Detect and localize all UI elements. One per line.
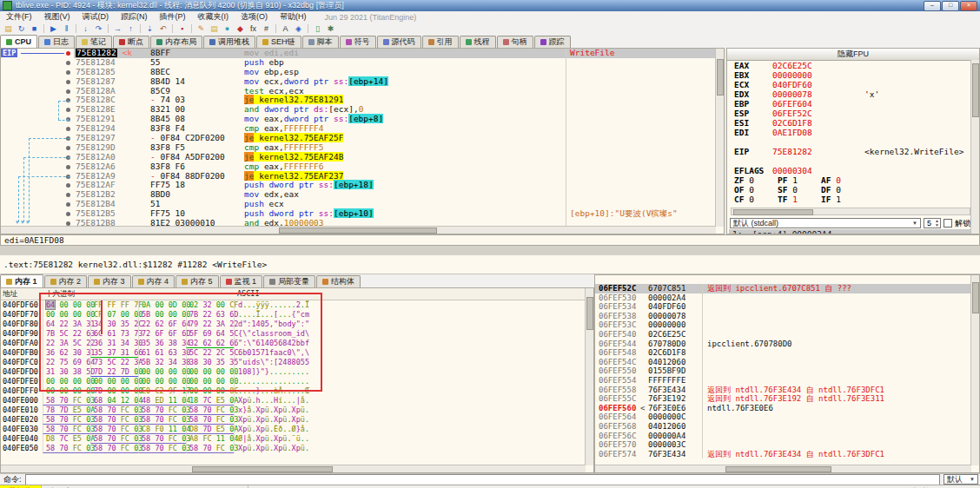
register-row[interactable]: EBP06FEF604 xyxy=(727,99,979,109)
stack-horizontal-scrollbar[interactable] xyxy=(595,465,971,472)
menu-item[interactable]: 帮助(H) xyxy=(274,11,313,23)
dump-tab-局部变量[interactable]: 局部变量 xyxy=(263,275,315,287)
dump-row[interactable]: 040FE00058 70 FC 0368 04 12 0448 ED 11 0… xyxy=(1,396,593,406)
tab-调用堆栈[interactable]: 调用堆栈 xyxy=(203,36,255,48)
stack-row[interactable]: 06FEF54002C6E25C xyxy=(595,330,979,340)
maximize-button[interactable]: □ xyxy=(942,1,959,11)
step-over-icon[interactable]: ↷ xyxy=(92,23,105,34)
tab-笔记[interactable]: 笔记 xyxy=(76,36,112,48)
stack-row[interactable]: 06FEF5700000003C xyxy=(595,440,979,450)
pause-icon[interactable]: ‖ xyxy=(60,23,73,34)
disasm-row[interactable]: 75E812A683F8 F6cmp eax,FFFFFFF6 xyxy=(1,162,724,172)
register-row[interactable]: EFLAGS00000304 xyxy=(727,166,979,175)
registers-horizontal-scrollbar[interactable] xyxy=(731,208,970,215)
stop-icon[interactable]: ■ xyxy=(28,23,41,34)
registers-panel[interactable]: 隐藏FPU EAX02C6E25CEBX00000000ECX040FDF60E… xyxy=(726,48,980,234)
stack-row[interactable]: 06FEF53C00000000 xyxy=(595,320,979,330)
dump-tab-内存 2[interactable]: 内存 2 xyxy=(44,275,88,287)
dump-tab-内存 4[interactable]: 内存 4 xyxy=(132,275,175,287)
disasm-horizontal-scrollbar[interactable] xyxy=(1,226,716,234)
menu-item[interactable]: 调试(D) xyxy=(76,11,116,23)
menu-item[interactable]: 插件(P) xyxy=(154,11,192,23)
menu-item[interactable]: 视图(V) xyxy=(38,11,76,23)
stack-row[interactable]: 06FEF554FFFFFFFE xyxy=(595,376,979,386)
dump-tab-内存 5[interactable]: 内存 5 xyxy=(175,275,219,287)
dump-row[interactable]: 040FDF8064 22 3A 3134 30 35 2C22 62 6F 6… xyxy=(1,320,593,329)
stack-row[interactable]: 06FEF530000002A4 xyxy=(595,293,979,303)
flags-row[interactable]: CF 0TF 1IF 1 xyxy=(727,195,979,204)
dump-row[interactable]: 040FDFB036 62 30 3135 37 31 6661 61 63 3… xyxy=(1,348,593,358)
dump-tab-结构体[interactable]: 结构体 xyxy=(316,275,361,287)
stack-row[interactable]: 06FEF55876F3E434返回到 ntdll.76F3E434 自 ntd… xyxy=(595,386,979,395)
hash-icon[interactable]: # xyxy=(260,23,273,34)
dump-tab-监视 1[interactable]: 监视 1 xyxy=(220,275,263,287)
close-button[interactable]: × xyxy=(960,1,977,11)
dump-row[interactable]: 040FE03058 70 FC 0358 70 FC 03C8 F0 11 0… xyxy=(1,425,593,434)
comment-icon[interactable]: ● xyxy=(221,23,234,34)
calling-convention-select[interactable]: 默认 (stdcall) ▼ xyxy=(730,218,921,228)
memory-icon[interactable]: ▯ xyxy=(311,23,324,34)
flags-row[interactable]: OF 0SF 0DF 0 xyxy=(727,185,979,195)
disasm-row[interactable]: 75E812878B4D 14mov ecx,dword ptr ss:[ebp… xyxy=(1,77,724,87)
label-icon[interactable]: ◆ xyxy=(234,23,247,34)
unlock-checkbox[interactable] xyxy=(944,219,952,228)
breakpoint-icon[interactable]: ▪ xyxy=(175,23,189,34)
register-row[interactable]: EIP75E81282<kernel32.WriteFile> xyxy=(727,147,979,156)
register-row[interactable]: ESI02C6D1F8 xyxy=(727,118,979,128)
open-file-icon[interactable]: ▤ xyxy=(2,23,15,34)
tab-引用[interactable]: 引用 xyxy=(422,36,459,48)
hide-fpu-button[interactable]: 隐藏FPU xyxy=(727,49,979,61)
tab-跟踪[interactable]: 跟踪 xyxy=(534,36,571,48)
menu-item[interactable]: 跟踪(N) xyxy=(115,11,154,23)
dump-row[interactable]: 040FDFD031 30 38 5D7D 22 7D 0000 00 00 0… xyxy=(1,367,593,377)
dump-row[interactable]: 040FDFC022 75 69 6473 5C 22 3A5B 32 34 3… xyxy=(1,358,593,367)
tab-日志[interactable]: 日志 xyxy=(38,36,75,48)
menu-item[interactable]: 选项(O) xyxy=(235,11,274,23)
flags-row[interactable]: ZF 0PF 1AF 0 xyxy=(727,175,979,185)
stack-panel[interactable]: 06FEF52C6707C851返回到 ipcclient.6707C851 自… xyxy=(594,274,980,473)
menu-item[interactable]: 文件(F) xyxy=(0,11,38,23)
stack-row[interactable]: 06FEF55C76F3E192返回到 ntdll.76F3E192 自 ntd… xyxy=(595,394,979,404)
hex-dump-panel[interactable]: 地址 十六进制 ASCII 040FDF6064 00 00 00FF FF F… xyxy=(0,287,594,473)
patches-icon[interactable]: ▤ xyxy=(208,23,221,34)
step-out-icon[interactable]: ↑ xyxy=(124,23,137,34)
tab-线程[interactable]: 线程 xyxy=(460,36,496,48)
command-profile-select[interactable]: 默认 ▼ xyxy=(944,474,978,485)
minimize-button[interactable]: – xyxy=(924,1,941,11)
tab-SEH链[interactable]: SEH链 xyxy=(256,36,301,48)
stack-row[interactable]: 06FEF5640000000C xyxy=(595,412,979,422)
stack-row[interactable]: 06FEF544670780D0ipcclient.670780D0 xyxy=(595,340,979,349)
dump-tab-内存 1[interactable]: 内存 1 xyxy=(0,274,43,287)
register-row[interactable]: EBX00000000 xyxy=(727,70,979,80)
preferences-icon[interactable]: ✱ xyxy=(324,23,337,34)
stack-row[interactable]: 06FEF57476F3E434返回到 ntdll.76F3E434 自 ntd… xyxy=(595,450,979,459)
pencil-icon[interactable]: ✎ xyxy=(195,23,208,34)
dump-row[interactable]: 040FDF7000 00 00 00CF 07 00 005B 00 00 0… xyxy=(1,310,593,320)
stack-row[interactable]: 06FEF52C6707C851返回到 ipcclient.6707C851 自… xyxy=(595,284,979,293)
tab-符号[interactable]: 符号 xyxy=(340,36,376,48)
dump-tab-内存 3[interactable]: 内存 3 xyxy=(88,275,131,287)
register-row[interactable]: EDX00000078'x' xyxy=(727,89,979,99)
menu-item[interactable]: 收藏夹(I) xyxy=(192,11,235,23)
graph-icon[interactable]: ◈ xyxy=(292,23,305,34)
disasm-vertical-scrollbar[interactable] xyxy=(715,49,724,227)
dump-row[interactable]: 040FDF6064 00 00 00FF FF FF 7F0A 00 0D 0… xyxy=(1,300,593,310)
dump-row[interactable]: 040FDFF000 00 00 007D 00 00 00E0 C2 9F 1… xyxy=(1,386,593,396)
register-row[interactable]: ECX040FDF60 xyxy=(727,80,979,89)
back-icon[interactable]: ↶ xyxy=(156,23,169,34)
tab-源代码[interactable]: 源代码 xyxy=(377,36,421,48)
registers-vertical-scrollbar[interactable] xyxy=(970,60,979,234)
disassembly-panel[interactable]: EIP75E81282 <k8BFFmov edi,ediWriteFile75… xyxy=(0,48,725,234)
stack-row[interactable]: 06FEF5500155BF9D xyxy=(595,366,979,376)
stack-row[interactable]: 06FEF54C04012060 xyxy=(595,358,979,367)
run-to-user-code-icon[interactable]: → xyxy=(111,23,124,34)
dump-row[interactable]: 040FE05058 70 FC 0358 70 FC 0358 70 FC 0… xyxy=(1,444,593,453)
stack-row[interactable]: 06FEF56C000000A4 xyxy=(595,432,979,441)
trace-into-icon[interactable]: ⇣ xyxy=(143,23,156,34)
dump-row[interactable]: 040FDFA022 3A 5C 2236 31 34 3035 36 38 3… xyxy=(1,339,593,348)
dump-row[interactable]: 040FE040D8 7C E5 0A58 70 FC 0358 70 FC 0… xyxy=(1,434,593,444)
stack-row[interactable]: 06FEF53800000078 xyxy=(595,312,979,321)
font-icon[interactable]: A xyxy=(279,23,292,34)
argument-count-stepper[interactable]: 5 ▲▼ xyxy=(924,218,941,228)
dump-row[interactable]: 040FE02058 70 FC 0358 70 FC 0358 70 FC 0… xyxy=(1,415,593,425)
